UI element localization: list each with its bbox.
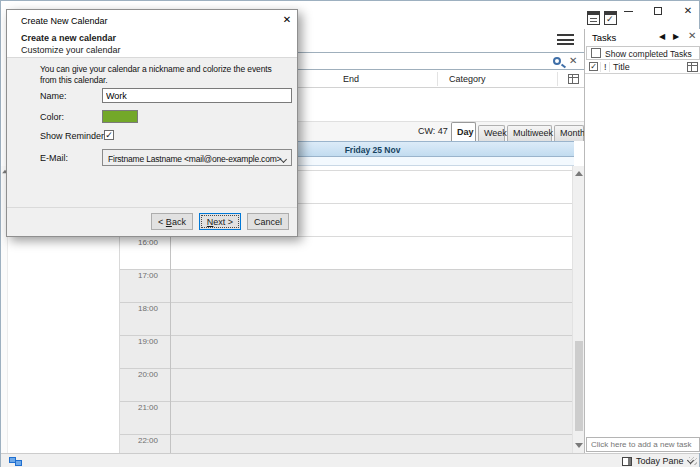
tasks-close-icon: ✕ bbox=[688, 30, 696, 41]
tab-week[interactable]: Week bbox=[478, 125, 505, 141]
today-pane-toggle[interactable]: Today Pane bbox=[622, 456, 693, 466]
minimize-button[interactable] bbox=[615, 1, 641, 21]
email-dropdown-value: Firstname Lastname <mail@one-example.com… bbox=[108, 154, 281, 164]
wizard-subheading: Customize your calendar bbox=[21, 45, 121, 55]
tasks-prev-button[interactable]: ◀ bbox=[659, 32, 665, 41]
scroll-up-icon[interactable] bbox=[575, 171, 583, 176]
column-header-end[interactable]: End bbox=[343, 74, 359, 84]
task-completed-column-icon[interactable]: ✓ bbox=[589, 62, 598, 71]
time-label: 17:00 bbox=[120, 271, 158, 280]
add-task-input[interactable] bbox=[586, 437, 700, 452]
arrow-left-icon: ◀ bbox=[659, 32, 665, 41]
app-menu-button[interactable] bbox=[557, 34, 574, 47]
dialog-titlebar: Create New Calendar ✕ bbox=[7, 10, 297, 32]
calendar-tab-icon-detail bbox=[590, 18, 597, 19]
hamburger-icon bbox=[557, 34, 574, 36]
task-title-column[interactable]: Title bbox=[613, 62, 630, 72]
email-dropdown[interactable]: Firstname Lastname <mail@one-example.com… bbox=[102, 149, 292, 166]
arrow-right-icon: ▶ bbox=[673, 32, 679, 41]
tasks-panel: Tasks ◀ ▶ ✕ Show completed Tasks ✓ ! Tit… bbox=[584, 29, 700, 453]
column-separator bbox=[557, 72, 558, 86]
column-separator bbox=[600, 62, 601, 72]
time-label: 20:00 bbox=[120, 370, 158, 379]
tasks-next-button[interactable]: ▶ bbox=[673, 32, 679, 41]
time-label: 22:00 bbox=[120, 436, 158, 445]
calendar-tab-icon-detail bbox=[590, 21, 597, 22]
resize-grip[interactable] bbox=[689, 457, 697, 465]
dialog-title: Create New Calendar bbox=[21, 16, 108, 26]
offhours-shading bbox=[120, 269, 572, 453]
close-icon: ✕ bbox=[684, 6, 692, 16]
wizard-heading: Create a new calendar bbox=[21, 33, 116, 43]
column-picker-icon[interactable] bbox=[568, 74, 579, 84]
app-window: ✓ ✕ ✕ End Category CW: 47 Day Week Multi… bbox=[0, 0, 700, 467]
check-icon: ✓ bbox=[590, 62, 597, 71]
task-priority-column[interactable]: ! bbox=[604, 62, 607, 72]
time-label: 19:00 bbox=[120, 337, 158, 346]
color-picker-button[interactable] bbox=[102, 110, 138, 123]
search-icon bbox=[553, 57, 561, 65]
time-label: 16:00 bbox=[120, 238, 158, 247]
column-separator bbox=[609, 62, 610, 72]
next-button[interactable]: Next > bbox=[199, 213, 241, 230]
check-icon: ✓ bbox=[105, 130, 113, 140]
task-list-header: ✓ ! Title bbox=[585, 60, 700, 74]
back-button[interactable]: < Back bbox=[151, 213, 193, 230]
task-column-picker-icon[interactable] bbox=[687, 62, 698, 72]
calendar-tab-icon-detail bbox=[588, 12, 599, 15]
tab-month[interactable]: Month bbox=[554, 125, 584, 141]
tasks-panel-title: Tasks bbox=[592, 32, 616, 43]
dialog-close-icon: ✕ bbox=[283, 14, 291, 25]
calendar-name-input[interactable] bbox=[102, 88, 292, 103]
cancel-button[interactable]: Cancel bbox=[247, 213, 289, 230]
hour-line bbox=[120, 434, 572, 435]
chevron-down-icon bbox=[280, 156, 287, 163]
task-list-body[interactable] bbox=[585, 74, 700, 437]
calendar-tab-icon[interactable] bbox=[587, 11, 600, 25]
hour-line bbox=[120, 368, 572, 369]
close-button[interactable]: ✕ bbox=[675, 1, 700, 21]
hour-line bbox=[120, 335, 572, 336]
dialog-close-button[interactable]: ✕ bbox=[279, 14, 295, 28]
today-pane-label: Today Pane bbox=[636, 456, 684, 466]
search-close-icon: ✕ bbox=[569, 55, 577, 66]
calendar-week-label: CW: 47 bbox=[418, 126, 448, 136]
color-label: Color: bbox=[40, 112, 64, 122]
show-completed-row: Show completed Tasks bbox=[586, 46, 700, 60]
scrollbar-thumb[interactable] bbox=[575, 341, 583, 431]
time-label: 21:00 bbox=[120, 403, 158, 412]
wizard-header: Create a new calendar Customize your cal… bbox=[7, 32, 297, 58]
dialog-description: You can give your calendar a nickname an… bbox=[40, 64, 278, 86]
dialog-footer-separator bbox=[7, 207, 297, 208]
hour-line bbox=[120, 302, 572, 303]
scroll-down-icon[interactable] bbox=[575, 443, 583, 448]
day-grid-scrollbar[interactable] bbox=[572, 166, 584, 453]
name-label: Name: bbox=[40, 91, 67, 101]
column-separator bbox=[437, 72, 438, 86]
time-label: 18:00 bbox=[120, 304, 158, 313]
search-close-button[interactable]: ✕ bbox=[569, 56, 577, 66]
maximize-button[interactable] bbox=[645, 1, 671, 21]
show-completed-label: Show completed Tasks bbox=[605, 49, 692, 59]
show-reminders-checkbox[interactable]: ✓ bbox=[104, 130, 114, 140]
hour-line bbox=[120, 269, 572, 270]
minimize-icon bbox=[624, 11, 633, 12]
show-reminders-label: Show Reminders: bbox=[40, 131, 111, 141]
create-calendar-dialog: Create New Calendar ✕ Create a new calen… bbox=[6, 9, 298, 237]
hamburger-icon bbox=[557, 39, 574, 41]
tab-multiweek[interactable]: Multiweek bbox=[507, 125, 552, 141]
column-header-category[interactable]: Category bbox=[449, 74, 486, 84]
tasks-panel-close-button[interactable]: ✕ bbox=[688, 31, 696, 41]
hour-line bbox=[120, 401, 572, 402]
today-pane-icon bbox=[622, 457, 632, 466]
maximize-icon bbox=[654, 7, 662, 15]
show-completed-checkbox[interactable] bbox=[591, 48, 601, 58]
hamburger-icon bbox=[557, 43, 574, 45]
status-indicator-icon bbox=[9, 457, 23, 466]
tab-day[interactable]: Day bbox=[451, 122, 476, 141]
email-label: E-Mail: bbox=[40, 153, 68, 163]
status-bar: Today Pane bbox=[1, 453, 699, 467]
tasks-tab-icon-check: ✓ bbox=[606, 14, 614, 24]
